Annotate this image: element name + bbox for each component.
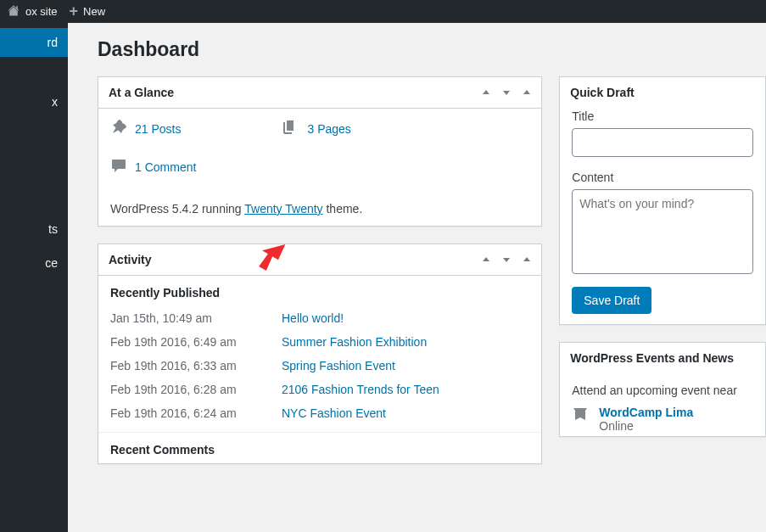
event-row: WordCamp Lima Online <box>560 406 765 436</box>
quick-draft-title: Quick Draft <box>570 86 634 99</box>
wordcamp-icon <box>572 406 589 433</box>
recently-published-heading: Recently Published <box>98 276 541 306</box>
activity-date: Feb 19th 2016, 6:24 am <box>110 406 271 420</box>
glance-comments-text: 1 Comment <box>135 160 196 174</box>
move-up-icon[interactable] <box>482 87 490 99</box>
glance-posts-text: 21 Posts <box>135 122 181 136</box>
activity-row: Feb 19th 2016, 6:28 am2106 Fashion Trend… <box>110 378 529 401</box>
activity-link[interactable]: Spring Fashion Event <box>282 359 395 372</box>
activity-date: Feb 19th 2016, 6:28 am <box>110 383 271 396</box>
recent-comments-heading: Recent Comments <box>98 433 541 463</box>
toggle-panel-icon[interactable] <box>523 87 531 99</box>
event-location: Online <box>599 419 693 433</box>
activity-link[interactable]: 2106 Fashion Trends for Teen <box>282 383 439 396</box>
glance-posts-link[interactable]: 21 Posts <box>110 119 181 138</box>
move-up-icon[interactable] <box>482 254 490 266</box>
activity-date: Feb 19th 2016, 6:33 am <box>110 359 271 372</box>
activity-row: Jan 15th, 10:49 amHello world! <box>110 306 529 330</box>
page-title: Dashboard <box>98 38 766 61</box>
activity-row: Feb 19th 2016, 6:49 amSummer Fashion Exh… <box>110 330 529 354</box>
quick-draft-panel: Quick Draft Title Content Save Draft <box>559 76 766 325</box>
events-header: WordPress Events and News <box>560 343 765 373</box>
theme-link[interactable]: Twenty Twenty <box>244 202 322 216</box>
draft-title-label: Title <box>572 109 753 123</box>
draft-content-input[interactable] <box>572 189 753 274</box>
activity-date: Feb 19th 2016, 6:49 am <box>110 335 271 349</box>
activity-list: Jan 15th, 10:49 amHello world! Feb 19th … <box>98 306 541 430</box>
events-panel: WordPress Events and News Attend an upco… <box>559 342 766 437</box>
admin-bar: ox site + New <box>0 0 766 23</box>
wp-version-text: WordPress 5.4.2 running Twenty Twenty th… <box>110 202 529 216</box>
at-a-glance-panel: At a Glance 21 Posts <box>98 76 542 227</box>
sidebar-item[interactable]: x <box>0 87 68 116</box>
adminbar-new-link[interactable]: + New <box>70 3 106 20</box>
save-draft-button[interactable]: Save Draft <box>572 287 651 314</box>
glance-comments-link[interactable]: 1 Comment <box>110 157 529 176</box>
quick-draft-header: Quick Draft <box>560 77 765 103</box>
glance-pages-text: 3 Pages <box>307 122 350 136</box>
activity-row: Feb 19th 2016, 6:24 amNYC Fashion Event <box>110 401 529 425</box>
activity-row: Feb 19th 2016, 6:33 amSpring Fashion Eve… <box>110 354 529 378</box>
at-a-glance-header: At a Glance <box>98 77 541 109</box>
activity-header: Activity <box>98 244 541 276</box>
sidebar-item[interactable]: ce <box>0 249 68 277</box>
at-a-glance-title: At a Glance <box>109 86 174 99</box>
admin-sidebar: rd x ts ce <box>0 23 68 532</box>
activity-link[interactable]: Summer Fashion Exhibition <box>282 335 427 349</box>
pin-icon <box>110 119 127 138</box>
pages-icon <box>282 119 299 138</box>
adminbar-site-link[interactable]: ox site <box>7 3 58 20</box>
events-title: WordPress Events and News <box>570 351 734 365</box>
sidebar-item-dashboard[interactable]: rd <box>0 28 68 57</box>
glance-pages-link[interactable]: 3 Pages <box>282 119 350 138</box>
activity-link[interactable]: NYC Fashion Event <box>282 406 386 420</box>
plus-icon: + <box>70 3 79 20</box>
activity-date: Jan 15th, 10:49 am <box>110 311 271 325</box>
move-down-icon[interactable] <box>502 87 511 99</box>
toggle-panel-icon[interactable] <box>523 254 531 266</box>
comment-icon <box>110 157 127 176</box>
move-down-icon[interactable] <box>502 254 511 266</box>
sidebar-item[interactable]: ts <box>0 215 68 244</box>
draft-content-label: Content <box>572 171 753 184</box>
home-icon <box>7 3 20 20</box>
events-intro: Attend an upcoming event near <box>560 373 765 406</box>
draft-title-input[interactable] <box>572 128 753 157</box>
activity-panel: Activity Recently Published Jan 15th, 10… <box>98 244 542 464</box>
content-area: Dashboard At a Glance <box>68 23 766 532</box>
event-name-link[interactable]: WordCamp Lima <box>599 406 693 419</box>
adminbar-new-label: New <box>83 5 105 18</box>
activity-link[interactable]: Hello world! <box>282 311 344 325</box>
activity-title: Activity <box>109 253 152 266</box>
adminbar-site-label: ox site <box>25 5 58 18</box>
